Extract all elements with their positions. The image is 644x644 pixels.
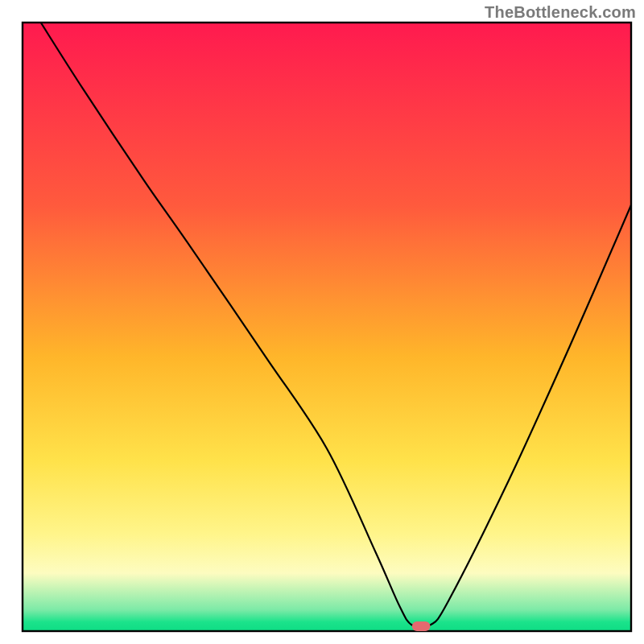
bottleneck-chart (0, 0, 644, 644)
page-root: TheBottleneck.com (0, 0, 644, 644)
gradient-background (23, 23, 631, 631)
optimal-marker (412, 621, 431, 631)
watermark-text: TheBottleneck.com (485, 3, 636, 22)
